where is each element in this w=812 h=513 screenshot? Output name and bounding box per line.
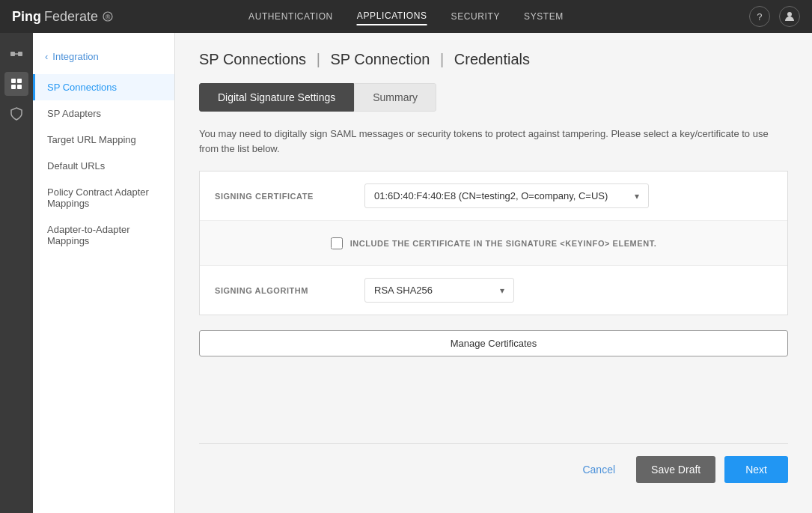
sidebar-item-sp-adapters[interactable]: SP Adapters <box>33 100 174 127</box>
logo-ping: Ping <box>12 9 41 25</box>
connections-svg <box>9 46 24 61</box>
breadcrumb-sp-connection[interactable]: SP Connection <box>330 51 430 67</box>
sidebar-item-sp-connections[interactable]: SP Connections <box>33 74 174 100</box>
tab-summary[interactable]: Summary <box>354 83 436 112</box>
nav-authentication[interactable]: AUTHENTICATION <box>248 8 333 25</box>
sidebar-item-default-urls[interactable]: Default URLs <box>33 153 174 179</box>
nav-sidebar: ‹ Integration SP Connections SP Adapters… <box>33 33 175 513</box>
sidebar-icon-adapters[interactable] <box>4 72 28 96</box>
nav-links: AUTHENTICATION APPLICATIONS SECURITY SYS… <box>248 7 564 25</box>
signing-cert-select[interactable]: 01:6D:40:F4:40:E8 (CN=testing2, O=compan… <box>364 183 649 208</box>
signing-cert-label: SIGNING CERTIFICATE <box>215 192 364 201</box>
user-icon[interactable] <box>779 6 800 27</box>
sidebar-icon-connections[interactable] <box>4 42 28 66</box>
back-chevron-icon: ‹ <box>45 51 48 62</box>
tabs: Digital Signature Settings Summary <box>199 83 788 112</box>
signing-algo-row: SIGNING ALGORITHM RSA SHA256 ▾ <box>200 266 787 315</box>
user-svg <box>784 10 796 22</box>
main-layout: ‹ Integration SP Connections SP Adapters… <box>0 33 812 513</box>
svg-rect-9 <box>17 85 22 89</box>
breadcrumb-sp-connections[interactable]: SP Connections <box>199 51 306 67</box>
cancel-button[interactable]: Cancel <box>570 458 627 482</box>
signing-algo-select[interactable]: RSA SHA256 ▾ <box>364 278 514 303</box>
signing-cert-control: 01:6D:40:F4:40:E8 (CN=testing2, O=compan… <box>364 183 772 208</box>
description-text: You may need to digitally sign SAML mess… <box>199 127 788 156</box>
svg-rect-8 <box>11 85 16 89</box>
svg-rect-3 <box>10 52 15 56</box>
back-label: Integration <box>52 51 98 62</box>
signing-algo-label: SIGNING ALGORITHM <box>215 286 364 295</box>
signing-algo-control: RSA SHA256 ▾ <box>364 278 772 303</box>
icon-sidebar <box>0 33 33 513</box>
include-cert-text: INCLUDE THE CERTIFICATE IN THE SIGNATURE… <box>350 239 657 248</box>
breadcrumb-sep1: | <box>317 51 320 67</box>
footer: Cancel Save Draft Next <box>199 443 788 495</box>
include-cert-label[interactable]: INCLUDE THE CERTIFICATE IN THE SIGNATURE… <box>331 237 657 249</box>
nav-security[interactable]: SECURITY <box>451 8 500 25</box>
breadcrumb-sep2: | <box>440 51 444 67</box>
include-cert-checkbox[interactable] <box>331 237 343 249</box>
svg-rect-6 <box>11 79 16 83</box>
adapters-svg <box>9 76 24 91</box>
next-button[interactable]: Next <box>724 456 788 483</box>
top-navigation: PingFederate ® AUTHENTICATION APPLICATIO… <box>0 0 812 33</box>
signing-algo-chevron-icon: ▾ <box>500 285 504 296</box>
logo-federate: Federate <box>44 9 98 25</box>
signing-cert-row: SIGNING CERTIFICATE 01:6D:40:F4:40:E8 (C… <box>200 171 787 221</box>
manage-certificates-button[interactable]: Manage Certificates <box>199 330 788 356</box>
sidebar-item-target-url-mapping[interactable]: Target URL Mapping <box>33 127 174 153</box>
main-content: SP Connections | SP Connection | Credent… <box>175 33 812 513</box>
security-svg <box>9 106 24 121</box>
credentials-form: SIGNING CERTIFICATE 01:6D:40:F4:40:E8 (C… <box>199 171 788 315</box>
logo: PingFederate ® <box>12 9 113 25</box>
breadcrumb-credentials[interactable]: Credentials <box>454 51 530 67</box>
svg-rect-7 <box>17 79 22 83</box>
svg-text:®: ® <box>106 13 111 21</box>
nav-system[interactable]: SYSTEM <box>524 8 564 25</box>
signing-algo-value: RSA SHA256 <box>374 285 433 296</box>
svg-rect-4 <box>18 52 22 56</box>
logo-icon: ® <box>103 11 113 22</box>
nav-applications[interactable]: APPLICATIONS <box>357 7 427 25</box>
sidebar-item-adapter-mappings[interactable]: Adapter-to-Adapter Mappings <box>33 216 174 254</box>
svg-point-2 <box>787 12 792 16</box>
signing-cert-value: 01:6D:40:F4:40:E8 (CN=testing2, O=compan… <box>374 190 608 201</box>
top-nav-icons: ? <box>749 6 800 27</box>
sidebar-item-policy-contract[interactable]: Policy Contract Adapter Mappings <box>33 179 174 216</box>
sidebar-icon-security[interactable] <box>4 102 28 126</box>
breadcrumb: SP Connections | SP Connection | Credent… <box>199 51 788 68</box>
save-draft-button[interactable]: Save Draft <box>636 456 715 483</box>
include-cert-row: INCLUDE THE CERTIFICATE IN THE SIGNATURE… <box>200 221 787 266</box>
back-to-integration[interactable]: ‹ Integration <box>33 45 174 68</box>
signing-cert-chevron-icon: ▾ <box>635 191 639 201</box>
tab-digital-signature[interactable]: Digital Signature Settings <box>199 83 354 112</box>
help-icon[interactable]: ? <box>749 6 770 27</box>
